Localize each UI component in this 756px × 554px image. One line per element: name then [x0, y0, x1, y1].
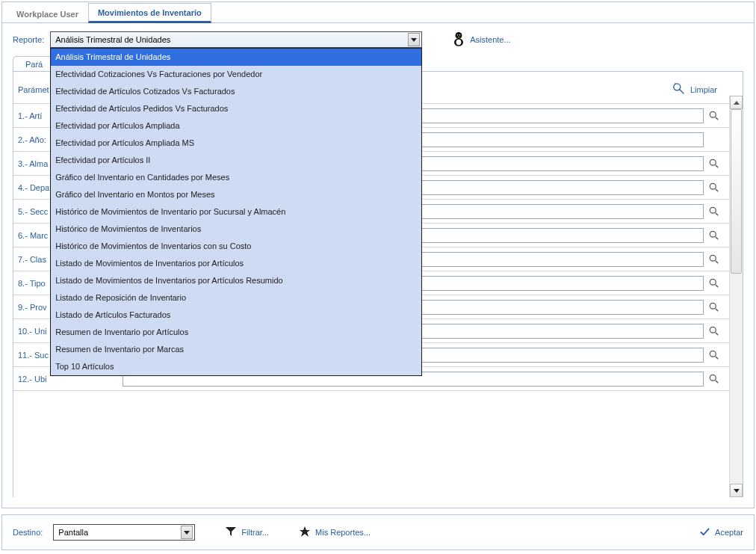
scroll-thumb[interactable]	[731, 109, 742, 274]
star-icon	[299, 526, 311, 539]
top-tabs: Workplace User Movimientos de Inventario	[2, 2, 754, 23]
search-icon[interactable]	[707, 300, 722, 315]
svg-point-13	[710, 207, 716, 213]
reporte-option[interactable]: Efectividad Cotizaciones Vs Facturacione…	[51, 66, 421, 83]
sub-tab-parametros[interactable]: Pará	[13, 56, 55, 71]
reporte-option[interactable]: Histórico de Movimientos de Inventarios …	[51, 238, 421, 255]
svg-point-3	[457, 34, 459, 36]
reporte-combo-wrapper: Análisis Trimestral de Unidades Análisis…	[50, 31, 422, 48]
reporte-option[interactable]: Listado de Movimientos de Inventarios po…	[51, 272, 421, 289]
asistente-label: Asistente...	[470, 35, 510, 44]
svg-line-16	[716, 236, 719, 239]
reporte-label: Reporte:	[13, 35, 44, 44]
svg-point-9	[710, 159, 716, 165]
search-icon[interactable]	[707, 156, 722, 171]
reporte-option[interactable]: Listado de Artículos Facturados	[51, 307, 421, 324]
reporte-combo[interactable]: Análisis Trimestral de Unidades	[50, 31, 422, 48]
svg-line-14	[716, 212, 719, 215]
search-icon[interactable]	[707, 276, 722, 291]
scrollbar-vertical[interactable]	[729, 96, 743, 497]
svg-line-10	[716, 164, 719, 167]
reporte-option[interactable]: Listado de Reposición de Inventario	[51, 289, 421, 307]
search-icon[interactable]	[707, 180, 722, 195]
filtrar-label: Filtrar...	[241, 528, 269, 537]
svg-marker-30	[300, 526, 310, 537]
search-icon[interactable]	[707, 324, 722, 339]
svg-point-17	[710, 255, 716, 261]
reporte-option[interactable]: Efectividad de Artículos Pedidos Vs Fact…	[51, 100, 421, 117]
tab-workplace-user[interactable]: Workplace User	[7, 4, 88, 23]
svg-line-18	[716, 260, 719, 263]
reporte-combo-text: Análisis Trimestral de Unidades	[55, 35, 408, 44]
broom-icon	[672, 82, 686, 97]
destino-label: Destino:	[13, 528, 43, 537]
svg-point-25	[710, 351, 716, 357]
destino-combo-text: Pantalla	[58, 528, 181, 537]
reporte-option[interactable]: Histórico de Movimientos de Inventarios	[51, 221, 421, 238]
reporte-option[interactable]: Efectividad por Artículos II	[51, 152, 421, 169]
reporte-option[interactable]: Resumen de Inventario por Marcas	[51, 341, 421, 358]
svg-point-23	[710, 327, 716, 333]
main-panel: Workplace User Movimientos de Inventario…	[1, 1, 755, 508]
search-icon[interactable]	[707, 372, 722, 387]
chevron-down-icon[interactable]	[181, 526, 193, 539]
svg-marker-29	[226, 527, 236, 536]
check-icon	[699, 526, 710, 539]
reporte-row: Reporte: Análisis Trimestral de Unidades…	[2, 23, 754, 55]
svg-point-21	[710, 303, 716, 309]
svg-line-12	[716, 188, 719, 191]
svg-line-26	[716, 356, 719, 359]
reporte-option[interactable]: Efectividad por Artículos Ampliada	[51, 117, 421, 135]
scroll-down-button[interactable]	[730, 484, 743, 497]
filtrar-button[interactable]: Filtrar...	[225, 526, 269, 539]
svg-point-2	[456, 40, 462, 46]
search-icon[interactable]	[707, 108, 722, 123]
tab-movimientos-inventario[interactable]: Movimientos de Inventario	[88, 3, 211, 23]
limpiar-label: Limpiar	[690, 85, 717, 94]
separator	[13, 390, 743, 391]
svg-point-4	[459, 34, 461, 36]
bottom-bar: Destino: Pantalla Filtrar... Mis Reporte…	[1, 514, 755, 550]
reporte-option[interactable]: Efectividad por Artículos Ampliada MS	[51, 135, 421, 152]
reporte-option[interactable]: Top 10 Artículos	[51, 358, 421, 375]
search-icon[interactable]	[707, 348, 722, 363]
reporte-option[interactable]: Listado de Movimientos de Inventarios po…	[51, 255, 421, 272]
mis-reportes-label: Mis Reportes...	[315, 528, 371, 537]
svg-point-11	[710, 183, 716, 189]
svg-point-15	[710, 231, 716, 237]
svg-point-27	[710, 375, 716, 381]
scroll-up-button[interactable]	[730, 96, 743, 109]
asistente-button[interactable]: Asistente...	[452, 31, 510, 49]
mis-reportes-button[interactable]: Mis Reportes...	[299, 526, 371, 539]
svg-line-22	[716, 308, 719, 311]
svg-line-20	[716, 284, 719, 287]
svg-line-8	[716, 117, 719, 120]
svg-line-24	[716, 332, 719, 335]
reporte-option[interactable]: Efectividad de Artículos Cotizados Vs Fa…	[51, 83, 421, 100]
svg-point-7	[710, 111, 716, 117]
reporte-option[interactable]: Análisis Trimestral de Unidades	[51, 49, 421, 66]
reporte-option[interactable]: Resumen de Inventario por Artículos	[51, 324, 421, 341]
limpiar-button[interactable]: Limpiar	[672, 82, 738, 97]
search-icon[interactable]	[707, 228, 722, 243]
search-icon[interactable]	[707, 252, 722, 267]
filter-icon	[225, 526, 237, 539]
scroll-track[interactable]	[730, 109, 743, 484]
reporte-option[interactable]: Histórico de Movimientos de Inventario p…	[51, 203, 421, 221]
reporte-option[interactable]: Gráfico del Inventario en Cantidades por…	[51, 169, 421, 186]
chevron-down-icon[interactable]	[408, 33, 420, 46]
svg-line-28	[716, 380, 719, 383]
reporte-dropdown[interactable]: Análisis Trimestral de UnidadesEfectivid…	[50, 48, 422, 376]
aceptar-label: Aceptar	[715, 528, 743, 537]
destino-combo[interactable]: Pantalla	[53, 524, 195, 541]
svg-point-1	[456, 32, 462, 39]
penguin-icon	[452, 31, 465, 49]
reporte-option[interactable]: Gráfico del Inventario en Montos por Mes…	[51, 186, 421, 203]
aceptar-button[interactable]: Aceptar	[699, 526, 743, 539]
svg-point-19	[710, 279, 716, 285]
search-icon[interactable]	[707, 204, 722, 219]
